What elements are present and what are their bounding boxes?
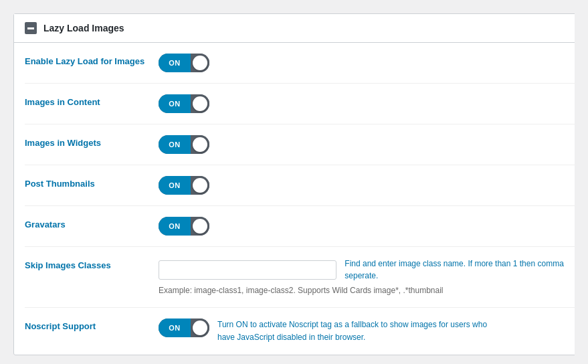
setting-row-noscript-support: Noscript Support ON Turn ON to activate … [25,308,575,355]
toggle-off-part [191,135,209,154]
toggle-knob [193,56,207,70]
skip-top-row: Find and enter image class name. If more… [159,258,575,282]
toggle-images-in-content[interactable]: ON [159,94,209,113]
control-enable-lazy-load: ON [159,54,575,72]
toggle-off-part [191,94,209,113]
toggle-noscript-support[interactable]: ON [159,318,209,337]
setting-row-enable-lazy-load: Enable Lazy Load for Images ON [25,43,575,84]
toggle-on-text: ON [169,141,181,149]
toggle-on-text: ON [169,181,181,189]
control-noscript-support: ON Turn ON to activate Noscript tag as a… [159,318,575,344]
label-images-in-content: Images in Content [25,94,159,107]
noscript-control: ON Turn ON to activate Noscript tag as a… [159,318,498,344]
skip-images-classes-help-inline: Find and enter image class name. If more… [345,258,575,282]
control-images-in-content: ON [159,94,575,113]
toggle-knob [193,321,207,335]
panel-title: Lazy Load Images [43,23,124,33]
toggle-on-part: ON [159,94,191,113]
panel-header: Lazy Load Images [14,14,575,43]
toggle-knob [193,178,207,193]
label-enable-lazy-load: Enable Lazy Load for Images [25,54,159,66]
label-images-in-widgets: Images in Widgets [25,135,159,148]
setting-row-images-in-widgets: Images in Widgets ON [25,124,575,165]
panel-body: Enable Lazy Load for Images ON Images in… [14,43,575,355]
toggle-on-part: ON [159,135,191,154]
control-gravatars: ON [159,217,575,236]
toggle-off-part [191,176,209,195]
toggle-knob [193,137,207,152]
label-post-thumbnails: Post Thumbnails [25,176,159,189]
toggle-knob [193,96,207,111]
label-skip-images-classes: Skip Images Classes [25,258,159,270]
toggle-enable-lazy-load[interactable]: ON [159,54,209,72]
toggle-on-part: ON [159,318,191,337]
toggle-on-text: ON [169,222,181,230]
toggle-images-in-widgets[interactable]: ON [159,135,209,154]
toggle-off-part [191,318,209,337]
control-post-thumbnails: ON [159,176,575,195]
toggle-on-text: ON [169,324,181,332]
label-noscript-support: Noscript Support [25,318,159,331]
setting-row-post-thumbnails: Post Thumbnails ON [25,165,575,206]
toggle-post-thumbnails[interactable]: ON [159,176,209,195]
lazy-load-images-panel: Lazy Load Images Enable Lazy Load for Im… [13,13,575,355]
skip-images-classes-input[interactable] [159,260,336,280]
skip-images-classes-help-block: Example: image-class1, image-class2. Sup… [159,284,575,296]
collapse-icon[interactable] [25,22,37,34]
toggle-off-part [191,217,209,236]
toggle-on-text: ON [169,59,181,67]
setting-row-skip-images-classes: Skip Images Classes Find and enter image… [25,247,575,308]
toggle-on-part: ON [159,217,191,236]
noscript-help-text: Turn ON to activate Noscript tag as a fa… [217,318,498,344]
label-gravatars: Gravatars [25,217,159,230]
setting-row-images-in-content: Images in Content ON [25,84,575,124]
toggle-gravatars[interactable]: ON [159,217,209,236]
skip-control-wrapper: Find and enter image class name. If more… [159,258,575,296]
toggle-on-part: ON [159,176,191,195]
toggle-on-text: ON [169,100,181,108]
setting-row-gravatars: Gravatars ON [25,206,575,247]
toggle-on-part: ON [159,54,191,72]
toggle-knob [193,219,207,234]
control-skip-images-classes: Find and enter image class name. If more… [159,258,575,296]
control-images-in-widgets: ON [159,135,575,154]
toggle-off-part [191,54,209,72]
